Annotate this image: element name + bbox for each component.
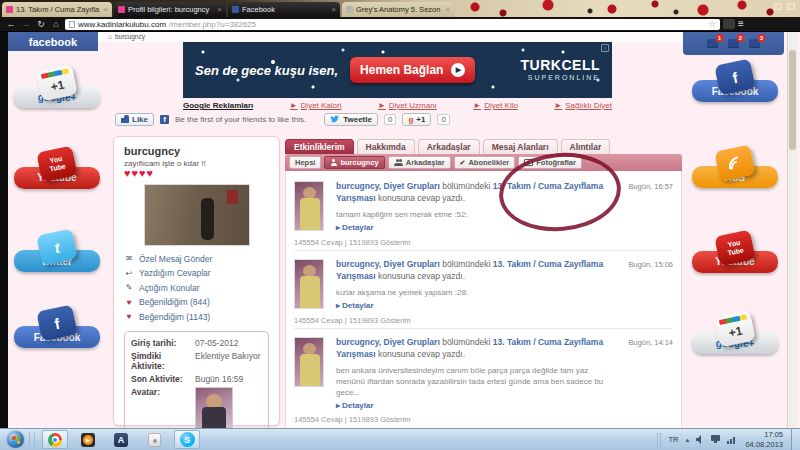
last-activity-value: Bugün 16:59: [195, 374, 262, 384]
home-icon[interactable]: ⌂: [50, 19, 62, 29]
twitter-badge-left[interactable]: t twitter: [14, 232, 100, 272]
my-replies-link[interactable]: ↩Yazdığım Cevaplar: [124, 266, 269, 280]
browser-tab-2-active[interactable]: Profil bilgileri: burcugncy ×: [114, 2, 226, 17]
ad-cta-button[interactable]: Hemen Bağlan ▶: [350, 57, 475, 83]
start-button[interactable]: [7, 431, 24, 448]
tab-close-icon[interactable]: ×: [331, 5, 336, 14]
post-group-link[interactable]: Diyet Grupları: [384, 259, 440, 269]
tweet-label: Tweetle: [343, 115, 372, 124]
restore-icon[interactable]: [774, 3, 782, 10]
close-icon[interactable]: [787, 3, 795, 10]
refresh-icon[interactable]: ↻: [35, 19, 47, 29]
language-indicator[interactable]: TR: [669, 435, 679, 444]
taskbar-skype[interactable]: S: [174, 430, 200, 449]
facebook-badge-right[interactable]: f Facebook: [692, 62, 778, 102]
browser-menu-icon[interactable]: ≡: [738, 19, 744, 29]
post-username-link[interactable]: burcugncy,: [336, 181, 381, 191]
address-bar[interactable]: www.kadinlarkulubu.com /member.php?u=382…: [65, 19, 720, 30]
youtube-badge-left[interactable]: YouTube Youtube: [14, 148, 100, 189]
profile-photo[interactable]: [144, 184, 250, 246]
browser-tab-3[interactable]: Facebook ×: [228, 2, 340, 17]
post-username-link[interactable]: burcugncy,: [336, 337, 381, 347]
tab-friends[interactable]: Arkadaşlar: [418, 139, 480, 154]
ad-link-3[interactable]: ►Diyet Kilo: [473, 101, 518, 110]
taskbar-clock[interactable]: 17:05 04.08.2013: [745, 430, 783, 449]
taskbar-app-white[interactable]: [141, 430, 167, 449]
pencil-icon: ✎: [124, 281, 134, 295]
browser-tab-1[interactable]: 13. Takım / Cuma Zayıfla ×: [2, 2, 112, 17]
ad-link-2[interactable]: ►Diyet Uzmanı: [378, 101, 437, 110]
tray-time: 17:05: [745, 430, 783, 439]
send-private-message-link[interactable]: ✉Özel Mesaj Gönder: [124, 252, 269, 266]
facebook-bar-left[interactable]: facebook: [8, 32, 98, 51]
googleplus-badge-left[interactable]: +1 google+: [14, 68, 100, 108]
ad-banner[interactable]: Sen de gece kuşu isen, Hemen Bağlan ▶ TU…: [183, 42, 612, 98]
plus-one-button[interactable]: g +1: [402, 113, 431, 126]
subtab-subscriptions[interactable]: ✔Abonelikler: [454, 156, 516, 169]
subtab-all[interactable]: Hepsi: [289, 156, 321, 169]
taskbar-chrome[interactable]: [42, 430, 68, 449]
a-app-icon: A: [114, 433, 128, 447]
ad-info-icon[interactable]: i: [601, 44, 609, 52]
browser-tab-4[interactable]: Grey's Anatomy 5. Sezon ×: [342, 2, 454, 17]
window-controls[interactable]: [774, 3, 795, 10]
extension-icon[interactable]: [723, 19, 735, 29]
bookmark-star-icon[interactable]: ☆: [708, 19, 716, 29]
avatar[interactable]: [195, 387, 233, 428]
back-icon[interactable]: ←: [5, 19, 17, 29]
join-date-label: Giriş tarihi:: [131, 338, 195, 348]
tray-expand-icon[interactable]: ▲: [685, 437, 691, 443]
tab-activities[interactable]: Etkinliklerim: [285, 139, 354, 154]
liked-by-link[interactable]: ♥Beğenildiğim (844): [124, 295, 269, 309]
friend-requests-icon[interactable]: 1: [707, 39, 718, 48]
breadcrumb-label: burcugncy: [115, 33, 145, 40]
post-avatar[interactable]: [294, 181, 324, 231]
breadcrumb[interactable]: ⌂ burcugncy: [108, 33, 145, 40]
post-username-link[interactable]: burcugncy,: [336, 259, 381, 269]
tab-close-icon[interactable]: ×: [445, 5, 450, 14]
tab-about[interactable]: Hakkımda: [357, 139, 415, 154]
action-center-icon[interactable]: [711, 435, 721, 444]
forward-icon[interactable]: →: [20, 19, 32, 29]
tab-close-icon[interactable]: ×: [217, 5, 222, 14]
facebook-badge-left[interactable]: f Facebook: [14, 308, 100, 348]
speaker-icon[interactable]: [696, 435, 705, 444]
home-icon: ⌂: [108, 33, 112, 40]
system-tray: TR ▲ 17:05 04.08.2013: [657, 429, 800, 450]
profile-card: burcugncy zayıflıcam işte o kdar !! ♥♥♥♥…: [113, 136, 280, 426]
tab-message-areas[interactable]: Mesaj Alanları: [483, 139, 558, 154]
globe-notifications-icon[interactable]: 3: [749, 39, 760, 48]
youtube-badge-right[interactable]: YouTube Youtube: [692, 232, 778, 273]
details-link[interactable]: ▸Detaylar: [336, 301, 611, 310]
page-scrollbar[interactable]: [787, 32, 797, 428]
post-time: Bugün, 16:57: [628, 182, 673, 191]
googleplus-badge-right[interactable]: +1 google+: [692, 314, 778, 354]
ad-link-4[interactable]: ►Sağlıklı Diyet: [554, 101, 612, 110]
my-topics-link[interactable]: ✎Açtığım Konular: [124, 281, 269, 295]
ad-link-1[interactable]: ►Diyet Kalori: [290, 101, 342, 110]
post-avatar[interactable]: [294, 259, 324, 309]
url-path: /member.php?u=382625: [169, 20, 256, 29]
post-group-link[interactable]: Diyet Grupları: [384, 181, 440, 191]
likes-given-link[interactable]: ♥Beğendiğim (1143): [124, 310, 269, 324]
taskbar-media-player[interactable]: ▶: [75, 430, 101, 449]
people-icon: [394, 159, 403, 166]
rss-icon: [714, 145, 755, 182]
tweet-button[interactable]: Tweetle: [324, 113, 378, 126]
page-icon: [69, 21, 75, 28]
tab-close-icon[interactable]: ×: [103, 5, 108, 14]
post-avatar[interactable]: [294, 337, 324, 387]
scrollbar-thumb[interactable]: [789, 50, 796, 150]
google-ads-label[interactable]: Google Reklamları: [183, 101, 253, 110]
subtab-friends[interactable]: Arkadaşlar: [388, 156, 451, 169]
facebook-like-button[interactable]: Like: [115, 113, 154, 126]
last-activity-label: Son Aktivite:: [131, 374, 195, 384]
messages-icon[interactable]: 2: [728, 39, 739, 48]
rss-badge-right[interactable]: RSS: [692, 148, 778, 188]
details-link[interactable]: ▸Detaylar: [336, 401, 611, 410]
show-desktop-button[interactable]: [791, 429, 800, 450]
post-group-link[interactable]: Diyet Grupları: [384, 337, 440, 347]
network-signal-icon[interactable]: [727, 435, 737, 444]
subtab-burcugncy[interactable]: burcugncy: [324, 156, 384, 169]
taskbar-app-a[interactable]: A: [108, 430, 134, 449]
